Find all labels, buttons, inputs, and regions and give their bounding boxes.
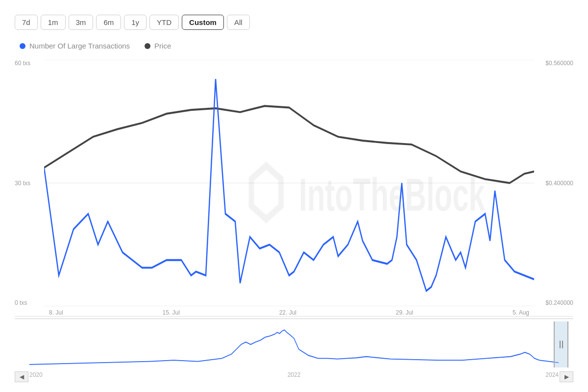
scroll-left-button[interactable]: ◀ <box>15 371 28 382</box>
legend-dot-blue <box>20 43 25 49</box>
handle-line-1 <box>560 341 561 348</box>
legend-label-dark: Price <box>154 42 171 50</box>
y-left-label: 60 txs <box>15 60 42 67</box>
mini-transactions-line <box>29 330 559 365</box>
scroll-right-button[interactable]: ▶ <box>560 371 573 382</box>
y-right-label: $0.240000 <box>545 299 573 306</box>
time-filter-3m[interactable]: 3m <box>69 15 94 30</box>
mini-chart-section: ◀ ▶ 202020222024 <box>15 318 573 382</box>
legend-item-dark: Price <box>145 42 171 50</box>
mini-chart-svg-container <box>29 319 559 368</box>
x-axis-label: 15. Jul <box>162 309 179 316</box>
time-filter-bar: 7d1m3m6m1yYTDCustomAll <box>15 15 573 30</box>
legend-item-blue: Number Of Large Transactions <box>20 42 130 50</box>
time-filter-ytd[interactable]: YTD <box>149 15 179 30</box>
svg-text:⬡: ⬡ <box>245 154 284 232</box>
main-chart-svg: ⬡ IntoTheBlock <box>44 60 534 306</box>
y-axis-left: 60 txs30 txs0 txs <box>15 60 44 316</box>
y-left-label: 0 txs <box>15 299 42 306</box>
chart-section: 60 txs30 txs0 txs $0.560000$0.400000$0.2… <box>15 60 573 382</box>
mini-x-axis-label: 2022 <box>288 371 301 378</box>
svg-text:IntoTheBlock: IntoTheBlock <box>299 169 486 220</box>
time-filter-7d[interactable]: 7d <box>15 15 38 30</box>
mini-chart-svg <box>29 319 559 368</box>
time-filter-1y[interactable]: 1y <box>124 15 147 30</box>
time-filter-all[interactable]: All <box>227 15 250 30</box>
mini-x-axis: 202020222024 <box>29 371 559 378</box>
legend-dot-dark <box>145 43 150 49</box>
x-axis-label: 8. Jul <box>49 309 63 316</box>
price-line <box>44 106 534 183</box>
mini-navigator-handle[interactable] <box>554 321 568 368</box>
legend-label-blue: Number Of Large Transactions <box>29 42 130 50</box>
mini-x-axis-label: 2024 <box>545 371 559 378</box>
chart-svg-container: ⬡ IntoTheBlock <box>44 60 534 306</box>
time-filter-custom[interactable]: Custom <box>182 15 224 30</box>
time-filter-1m[interactable]: 1m <box>41 15 66 30</box>
x-axis-label: 29. Jul <box>396 309 413 316</box>
y-left-label: 30 txs <box>15 180 42 187</box>
x-axis-label: 5. Aug <box>513 309 529 316</box>
x-axis-label: 22. Jul <box>279 309 296 316</box>
mini-x-axis-label: 2020 <box>29 371 43 378</box>
main-chart-area: 60 txs30 txs0 txs $0.560000$0.400000$0.2… <box>15 60 573 317</box>
time-filter-6m[interactable]: 6m <box>96 15 121 30</box>
page-container: 7d1m3m6m1yYTDCustomAll Number Of Large T… <box>0 0 588 392</box>
y-axis-right: $0.560000$0.400000$0.240000 <box>534 60 573 316</box>
x-axis: 8. Jul15. Jul22. Jul29. Jul5. Aug <box>44 307 534 316</box>
handle-lines <box>560 341 563 348</box>
y-right-label: $0.560000 <box>545 60 573 67</box>
handle-line-2 <box>562 341 563 348</box>
chart-legend: Number Of Large TransactionsPrice <box>20 42 573 50</box>
y-right-label: $0.400000 <box>545 180 573 187</box>
